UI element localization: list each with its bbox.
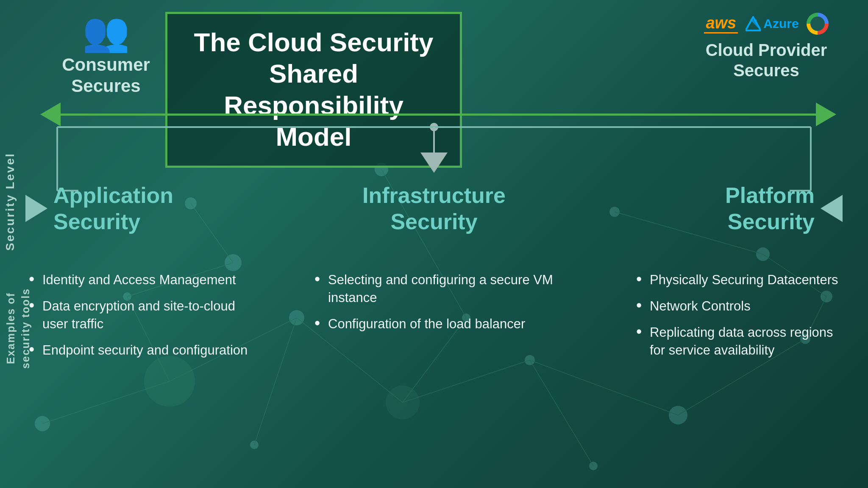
title-box: The Cloud Security Shared Responsibility…	[165, 12, 462, 168]
platform-bullet-2: Network Controls	[633, 297, 845, 315]
azure-logo: Azure	[746, 16, 798, 31]
left-arrow	[40, 103, 61, 126]
cloud-logos-row: aws Azure	[704, 13, 828, 35]
application-security-title: Application Security	[53, 182, 173, 235]
svg-marker-34	[750, 19, 759, 29]
svg-marker-33	[746, 17, 761, 30]
platform-security-header: Platform Security	[631, 182, 843, 235]
svg-line-28	[530, 360, 593, 466]
svg-point-3	[525, 355, 535, 365]
platform-security-title: Platform Security	[725, 182, 815, 235]
svg-line-20	[530, 360, 678, 415]
svg-point-4	[669, 406, 687, 424]
arrow-bar	[40, 102, 836, 127]
svg-point-13	[250, 441, 259, 449]
svg-point-14	[589, 462, 598, 470]
svg-line-32	[42, 381, 170, 424]
gcp-logo	[807, 13, 829, 35]
infra-bullet-1: Selecting and configuring a secure VM in…	[311, 271, 557, 307]
infrastructure-security-header: Infrastructure Security	[311, 182, 557, 235]
right-arrow	[816, 103, 836, 126]
application-security-header: Application Security	[25, 182, 271, 235]
main-title: The Cloud Security Shared Responsibility…	[189, 27, 439, 153]
app-bullet-3: Endpoint security and configuration	[25, 341, 263, 359]
infrastructure-security-bullets: Selecting and configuring a secure VM in…	[311, 271, 557, 341]
application-play-arrow	[25, 195, 47, 222]
svg-point-10	[756, 247, 770, 261]
application-security-bullets: Identity and Access Management Data encr…	[25, 271, 263, 367]
aws-logo: aws	[704, 14, 738, 33]
platform-bullet-3: Replicating data across regions for serv…	[633, 324, 845, 359]
cloud-provider-block: aws Azure Cloud Provider Secures	[686, 13, 847, 80]
svg-point-16	[35, 416, 50, 431]
consumer-secures-block: 👥 Consumer Secures	[42, 13, 170, 97]
app-bullet-1: Identity and Access Management	[25, 271, 263, 289]
svg-point-1	[289, 310, 304, 325]
cloud-provider-label: Cloud Provider Secures	[706, 40, 827, 80]
infrastructure-security-title: Infrastructure Security	[362, 182, 506, 235]
svg-point-9	[609, 207, 620, 217]
people-icon: 👥	[82, 13, 130, 51]
infra-bullet-2: Configuration of the load balancer	[311, 315, 557, 333]
platform-play-arrow	[821, 195, 843, 222]
svg-line-19	[403, 360, 530, 402]
consumer-label: Consumer Secures	[62, 54, 150, 97]
platform-bullet-1: Physically Securing Datacenters	[633, 271, 845, 289]
security-level-label: Security Level	[3, 152, 17, 251]
platform-security-bullets: Physically Securing Datacenters Network …	[633, 271, 845, 367]
app-bullet-2: Data encryption and site-to-cloud user t…	[25, 297, 263, 333]
svg-point-6	[225, 254, 242, 271]
svg-point-2	[386, 385, 420, 419]
